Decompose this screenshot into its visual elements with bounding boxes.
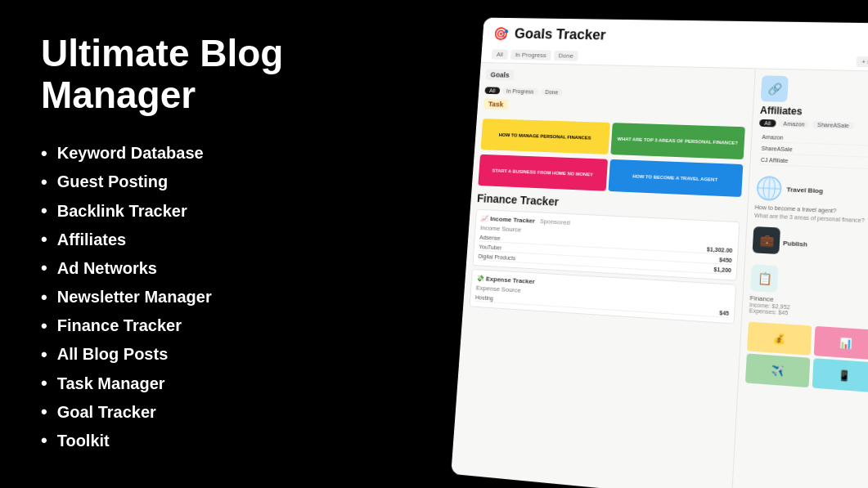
- task-section: Task: [483, 98, 747, 122]
- aff-pill-amazon[interactable]: Amazon: [778, 120, 810, 128]
- illus-mini-4: 📱: [812, 358, 868, 392]
- aff-pill-shareasale[interactable]: ShareASale: [812, 121, 855, 130]
- feature-item: Newsletter Manager: [41, 283, 393, 311]
- blog-card-2-text: WHAT ARE TOP 3 AREAS OF PERSONAL FINANCE…: [617, 137, 738, 146]
- blog-card-3-text: START A BUSINESS FROM HOME NO MONEY: [492, 168, 592, 177]
- goals-icon: 🎯: [493, 26, 510, 41]
- illus-mini-1: 💰: [747, 322, 812, 356]
- income-tracker-box: 📈 Income Tracker Sponsored Income Source…: [472, 209, 740, 281]
- feature-item: Goal Tracker: [41, 397, 393, 426]
- goals-title: Goals Tracker: [514, 26, 606, 44]
- main-title: Ultimate Blog Manager: [41, 33, 393, 115]
- new-btn[interactable]: + New: [857, 56, 868, 68]
- blog-card-4[interactable]: HOW TO BECOME A TRAVEL AGENT: [608, 159, 743, 197]
- notepad-section: 📋 Finance Income: $2,952 Expenses: $45: [749, 264, 868, 321]
- illus-icon-1: 💰: [772, 332, 785, 344]
- illus-row-2: ✈️ 📱: [745, 353, 868, 392]
- toolkit-icons: 💼 Publish: [752, 226, 868, 263]
- illus-mini-3: ✈️: [745, 353, 810, 387]
- blog-card-3[interactable]: START A BUSINESS FROM HOME NO MONEY: [478, 154, 607, 191]
- feature-item: Backlink Tracker: [41, 196, 393, 225]
- goals-section: Goals All In Progress Done: [484, 69, 748, 101]
- affiliates-title: Affiliates: [760, 105, 868, 120]
- illus-icon-4: 📱: [838, 369, 852, 382]
- source-amount-1: $1,302.00: [707, 246, 733, 253]
- aff-amount-1: $320: [845, 135, 868, 146]
- ss-left-content: Goals All In Progress Done Task: [451, 63, 755, 488]
- source-name-1: Adsense: [479, 235, 501, 241]
- aff-amount-2: $150: [845, 146, 868, 158]
- feature-item: All Blog Posts: [41, 340, 393, 369]
- aff-amount-3: $98: [844, 159, 868, 170]
- source-amount-2: $450: [719, 257, 732, 263]
- blog-cards-row-2: START A BUSINESS FROM HOME NO MONEY HOW …: [478, 154, 743, 197]
- affiliates-section: 🔗 Affiliates All Amazon ShareASale Amazo…: [757, 75, 868, 171]
- filter-all-btn[interactable]: All: [492, 49, 508, 60]
- affiliates-icon: 🔗: [767, 82, 782, 95]
- feature-item: Task Manager: [41, 369, 393, 397]
- aff-name-3: CJ Affiliate: [758, 155, 843, 168]
- feature-item: Affiliates: [41, 225, 393, 253]
- notepad-icon-box: 📋: [750, 264, 778, 292]
- source-amount-3: $1,200: [713, 266, 731, 273]
- blog-card-1-text: HOW TO MANAGE PERSONAL FINANCES: [499, 132, 591, 141]
- blog-cards-row: HOW TO MANAGE PERSONAL FINANCES WHAT ARE…: [480, 119, 744, 159]
- feature-item: Guest Posting: [41, 168, 393, 196]
- briefcase-icon: 💼: [759, 233, 774, 247]
- feature-list: Keyword DatabaseGuest PostingBacklink Tr…: [41, 139, 393, 455]
- pill-all[interactable]: All: [484, 87, 500, 94]
- source-name-3: Digital Products: [478, 253, 515, 261]
- aff-name-2: ShareASale: [759, 144, 843, 157]
- expense-name-1: Hosting: [475, 294, 494, 301]
- ss-body: Goals All In Progress Done Task: [451, 63, 868, 488]
- aff-name-1: Amazon: [760, 132, 844, 145]
- notion-ui: 🎯 Goals Tracker All In Progress Done + N…: [451, 18, 868, 488]
- travel-section: Travel Blog How to become a travel agent…: [754, 175, 868, 225]
- illus-icon-3: ✈️: [771, 364, 784, 377]
- source-name-2: YouTuber: [479, 244, 501, 250]
- affiliates-filter-pills: All Amazon ShareASale: [759, 119, 868, 131]
- globe-icon: [755, 175, 783, 203]
- affiliates-row-3: CJ Affiliate $98: [758, 155, 868, 170]
- feature-item: Ad Networks: [41, 253, 393, 282]
- screenshot-wrapper: 🎯 Goals Tracker All In Progress Done + N…: [451, 18, 868, 488]
- blog-card-4-text: HOW TO BECOME A TRAVEL AGENT: [632, 174, 717, 182]
- feature-item: Keyword Database: [41, 139, 393, 168]
- travel-header: Travel Blog: [755, 175, 868, 207]
- blog-card-1[interactable]: HOW TO MANAGE PERSONAL FINANCES: [480, 119, 609, 154]
- filter-done-btn[interactable]: Done: [554, 51, 578, 61]
- pill-inprog[interactable]: In Progress: [501, 87, 538, 96]
- filter-progress-btn[interactable]: In Progress: [510, 50, 551, 60]
- illus-mini-2: 📊: [813, 326, 868, 360]
- finance-section: Finance Tracker 📈 Income Tracker Sponsor…: [470, 192, 741, 325]
- aff-pill-all[interactable]: All: [759, 119, 776, 128]
- affiliates-table: Amazon $320 ShareASale $150 CJ Affiliate…: [757, 131, 868, 172]
- notepad-icon: 📋: [757, 271, 771, 285]
- affiliates-icon-box: 🔗: [761, 75, 789, 102]
- ss-right-content: 🔗 Affiliates All Amazon ShareASale Amazo…: [731, 69, 868, 488]
- toolkit-section: 💼 Publish: [752, 226, 868, 263]
- goals-section-label: Goals: [486, 69, 515, 81]
- right-panel: 🎯 Goals Tracker All In Progress Done + N…: [434, 0, 868, 488]
- briefcase-icon-box: 💼: [753, 226, 780, 254]
- blog-card-2[interactable]: WHAT ARE TOP 3 AREAS OF PERSONAL FINANCE…: [610, 123, 745, 159]
- feature-item: Toolkit: [41, 426, 393, 454]
- pill-done[interactable]: Done: [540, 88, 563, 96]
- publish-label: Publish: [783, 239, 807, 248]
- travel-label: Travel Blog: [786, 186, 823, 195]
- feature-item: Finance Tracker: [41, 311, 393, 340]
- expense-amount-1: $45: [719, 310, 729, 316]
- left-panel: Ultimate Blog Manager Keyword DatabaseGu…: [0, 0, 434, 487]
- illus-icon-2: 📊: [839, 337, 853, 350]
- task-section-label: Task: [483, 98, 508, 110]
